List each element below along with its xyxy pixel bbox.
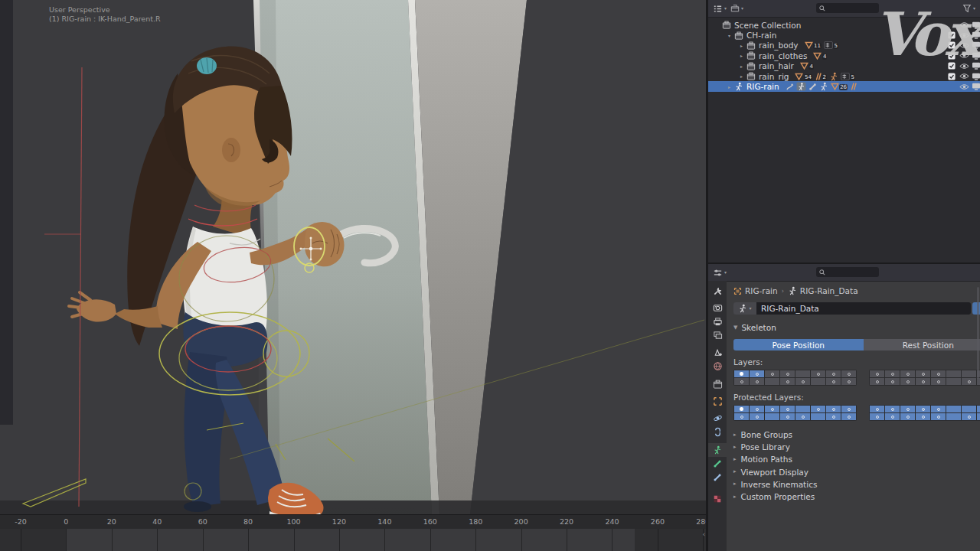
outliner-row-scene-collection[interactable]: Scene Collection — [708, 20, 980, 30]
layer-toggle[interactable] — [734, 378, 749, 385]
layer-toggle[interactable] — [811, 406, 825, 412]
layer-toggle[interactable] — [885, 378, 900, 385]
layer-toggle[interactable] — [765, 406, 779, 412]
layer-toggle[interactable] — [916, 413, 930, 420]
layer-toggle[interactable] — [811, 413, 825, 420]
timeline-editor[interactable]: -200204060801001201401601802002202402602… — [0, 514, 706, 551]
section-pose-library[interactable]: ▸Pose Library — [733, 441, 980, 453]
layer-toggle[interactable] — [870, 378, 884, 385]
layer-toggle[interactable] — [931, 370, 946, 377]
screen-toggle-icon[interactable] — [970, 62, 980, 70]
checkbox-toggle-icon[interactable] — [946, 52, 958, 60]
layer-toggle[interactable] — [946, 406, 961, 412]
properties-search-input[interactable] — [828, 269, 876, 276]
eye-toggle-icon[interactable] — [958, 52, 970, 59]
layer-toggle[interactable] — [811, 370, 825, 377]
section-inverse-kinematics[interactable]: ▸Inverse Kinematics — [733, 478, 980, 491]
layer-toggle[interactable] — [750, 370, 764, 377]
timeline-tracks[interactable] — [0, 529, 706, 551]
outliner-display-mode-button[interactable]: ▾ — [730, 4, 743, 13]
tab-object-data[interactable] — [708, 443, 727, 457]
layer-toggle[interactable] — [916, 378, 930, 385]
layer-toggle[interactable] — [931, 406, 946, 412]
layer-toggle[interactable] — [962, 370, 976, 377]
layer-toggle[interactable] — [795, 406, 810, 412]
screen-toggle-icon[interactable] — [970, 41, 980, 49]
eye-toggle-icon[interactable] — [958, 83, 970, 90]
layer-toggle[interactable] — [826, 406, 841, 412]
layer-toggle[interactable] — [811, 378, 825, 385]
layer-toggle[interactable] — [780, 406, 795, 412]
disclosure-collapsed-icon[interactable]: ▸ — [725, 84, 733, 90]
properties-scrollbar[interactable] — [977, 287, 979, 379]
properties-editor-type-button[interactable]: ▾ — [713, 268, 727, 278]
tab-tool[interactable] — [708, 284, 727, 298]
tab-view-layer[interactable] — [708, 328, 727, 342]
datablock-name-field[interactable]: RIG-Rain_Data — [756, 302, 971, 315]
disclosure-collapsed-icon[interactable]: ▸ — [737, 53, 746, 58]
layer-toggle[interactable] — [977, 378, 980, 385]
layer-toggle[interactable] — [841, 413, 856, 420]
layer-toggle[interactable] — [841, 406, 856, 412]
outliner-search[interactable] — [816, 3, 879, 13]
layer-toggle[interactable] — [780, 378, 795, 385]
tab-texture[interactable] — [708, 492, 727, 506]
layer-toggle[interactable] — [885, 370, 900, 377]
section-bone-groups[interactable]: ▸Bone Groups — [733, 429, 980, 441]
eye-toggle-icon[interactable] — [958, 42, 970, 49]
layer-toggle[interactable] — [841, 370, 856, 377]
viewport-3d[interactable]: User Perspective (1) RIG-rain : IK-Hand_… — [0, 0, 706, 514]
layer-toggle[interactable] — [931, 378, 946, 385]
layer-toggle[interactable] — [931, 413, 946, 420]
eye-toggle-icon[interactable] — [958, 63, 970, 70]
layer-toggle[interactable] — [946, 413, 961, 420]
layer-toggle[interactable] — [870, 413, 884, 420]
outliner-row-rain-body[interactable]: ▸rain_body115 — [708, 41, 980, 51]
outliner-filter-button[interactable]: ▾ — [962, 4, 975, 13]
section-motion-paths[interactable]: ▸Motion Paths — [733, 453, 980, 465]
layer-toggle[interactable] — [962, 378, 976, 385]
screen-toggle-icon[interactable] — [970, 31, 980, 39]
tab-constraints[interactable] — [708, 425, 727, 439]
layer-toggle[interactable] — [826, 370, 841, 377]
outliner-editor-type-button[interactable]: ▾ — [713, 4, 727, 14]
skeleton-section-header[interactable]: ▼ Skeleton — [733, 323, 980, 332]
outliner-row-rig-rain[interactable]: ▸RIG-rain26 — [708, 81, 980, 91]
section-custom-properties[interactable]: ▸Custom Properties — [733, 491, 980, 503]
checkbox-toggle-icon[interactable] — [946, 73, 958, 80]
tab-output[interactable] — [708, 315, 727, 328]
datablock-type-dropdown[interactable]: ▾ — [733, 302, 756, 315]
layer-toggle[interactable] — [916, 406, 930, 412]
outliner-row-rain-rig[interactable]: ▸rain_rig5425 — [708, 71, 980, 81]
layer-toggle[interactable] — [826, 378, 841, 385]
tab-bone-constraint[interactable] — [708, 471, 727, 484]
screen-toggle-icon[interactable] — [970, 73, 980, 80]
outliner-row-rain-hair[interactable]: ▸rain_hair4 — [708, 61, 980, 71]
layer-toggle[interactable] — [900, 370, 915, 377]
layer-toggle[interactable] — [946, 378, 961, 385]
layer-toggle[interactable] — [765, 378, 779, 385]
rest-position-button[interactable]: Rest Position — [864, 339, 980, 350]
properties-search[interactable] — [816, 267, 879, 277]
layer-toggle[interactable] — [750, 413, 764, 420]
tab-physics[interactable] — [708, 411, 727, 425]
disclosure-collapsed-icon[interactable]: ▸ — [737, 43, 746, 48]
breadcrumb-data[interactable]: RIG-Rain_Data — [788, 286, 858, 295]
layer-toggle[interactable] — [870, 370, 884, 377]
tab-bone[interactable] — [708, 457, 727, 471]
outliner-search-input[interactable] — [828, 5, 876, 12]
disclosure-expanded-icon[interactable]: ▾ — [725, 33, 733, 38]
checkbox-toggle-icon[interactable] — [946, 62, 958, 70]
section-viewport-display[interactable]: ▸Viewport Display — [733, 466, 980, 478]
layer-toggle[interactable] — [734, 406, 749, 412]
disclosure-collapsed-icon[interactable]: ▸ — [737, 64, 746, 69]
layer-toggle[interactable] — [780, 413, 795, 420]
layer-toggle[interactable] — [734, 370, 749, 377]
checkbox-toggle-icon[interactable] — [946, 41, 958, 49]
outliner-row-rain-clothes[interactable]: ▸rain_clothes4 — [708, 51, 980, 60]
layer-toggle[interactable] — [900, 378, 915, 385]
eye-toggle-icon[interactable] — [958, 32, 970, 39]
layer-toggle[interactable] — [916, 370, 930, 377]
eye-toggle-icon[interactable] — [958, 21, 970, 28]
layer-toggle[interactable] — [977, 406, 980, 412]
